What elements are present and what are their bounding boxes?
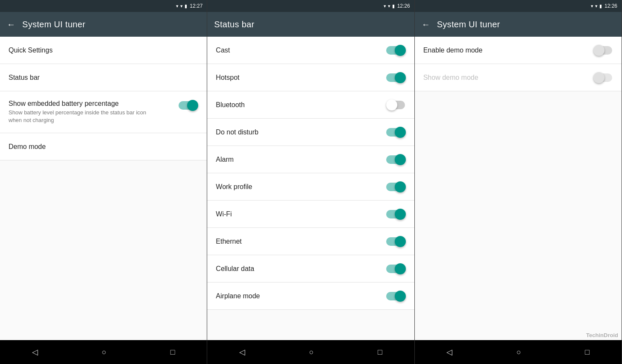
app-bar-2: Status bar — [207, 12, 414, 37]
home-nav-icon-1[interactable]: ○ — [102, 348, 106, 357]
quick-settings-label: Quick Settings — [9, 47, 53, 54]
nav-bar-2: ◁ ○ □ — [207, 340, 414, 364]
airplane-mode-item[interactable]: Airplane mode — [207, 282, 414, 310]
app-bar-1: ← System UI tuner — [0, 12, 207, 37]
cellular-data-item[interactable]: Cellular data — [207, 255, 414, 282]
alarm-item[interactable]: Alarm — [207, 146, 414, 173]
app-bar-title-1: System UI tuner — [22, 20, 85, 29]
show-demo-mode-label: Show demo mode — [423, 74, 478, 82]
wifi-label: Wi-Fi — [216, 210, 232, 218]
quick-settings-text: Quick Settings — [9, 47, 53, 54]
cellular-data-label: Cellular data — [216, 265, 254, 273]
status-icons-2: ▾ ▾ ▮ — [384, 3, 395, 9]
status-bar-text: Status bar — [9, 74, 40, 82]
enable-demo-mode-toggle[interactable] — [593, 45, 613, 56]
wifi-icon: ▾ — [176, 3, 179, 9]
hotspot-toggle[interactable] — [386, 72, 406, 83]
status-icons-3: ▾ ▾ ▮ — [591, 3, 602, 9]
embedded-battery-text: Show embedded battery percentage Show ba… — [9, 100, 154, 124]
wifi-toggle[interactable] — [386, 209, 406, 220]
cellular-data-toggle[interactable] — [386, 263, 406, 274]
back-button-3[interactable]: ← — [422, 20, 430, 29]
battery-icon-2: ▮ — [392, 3, 395, 9]
airplane-mode-label: Airplane mode — [216, 292, 260, 300]
toggle-thumb — [395, 154, 406, 165]
status-bar-label: Status bar — [9, 74, 40, 82]
nav-bar-1: ◁ ○ □ — [0, 340, 207, 364]
do-not-disturb-item[interactable]: Do not disturb — [207, 119, 414, 146]
signal-icon-3: ▾ — [595, 3, 598, 9]
toggle-thumb — [187, 100, 198, 111]
app-bar-title-2: Status bar — [214, 20, 254, 29]
toggle-thumb — [395, 291, 406, 302]
toggle-thumb — [593, 45, 604, 56]
home-nav-icon-3[interactable]: ○ — [516, 348, 521, 357]
back-nav-icon-3[interactable]: ◁ — [446, 347, 452, 357]
hotspot-item[interactable]: Hotspot — [207, 64, 414, 91]
demo-mode-item[interactable]: Demo mode — [0, 133, 207, 160]
home-nav-icon-2[interactable]: ○ — [309, 348, 314, 357]
do-not-disturb-label: Do not disturb — [216, 128, 258, 136]
back-button-1[interactable]: ← — [7, 20, 15, 29]
app-bar-title-3: System UI tuner — [437, 20, 500, 29]
work-profile-label: Work profile — [216, 183, 252, 191]
alarm-label: Alarm — [216, 156, 234, 163]
panel-system-ui-tuner: ▾ ▾ ▮ 12:27 ← System UI tuner Quick Sett… — [0, 0, 207, 364]
alarm-toggle[interactable] — [386, 154, 406, 165]
airplane-mode-toggle[interactable] — [386, 291, 406, 302]
embedded-battery-item[interactable]: Show embedded battery percentage Show ba… — [0, 91, 207, 133]
show-demo-mode-toggle[interactable] — [593, 72, 613, 83]
enable-demo-mode-item[interactable]: Enable demo mode — [415, 37, 622, 64]
status-bar-item[interactable]: Status bar — [0, 64, 207, 91]
toggle-thumb — [395, 181, 406, 192]
show-demo-mode-item[interactable]: Show demo mode — [415, 64, 622, 91]
nav-bar-3: ◁ ○ □ — [415, 340, 622, 364]
panel-system-ui-tuner-3: ▾ ▾ ▮ 12:26 ← System UI tuner Enable dem… — [415, 0, 622, 364]
recents-nav-icon-3[interactable]: □ — [585, 348, 590, 357]
ethernet-label: Ethernet — [216, 238, 241, 245]
quick-settings-item[interactable]: Quick Settings — [0, 37, 207, 64]
recents-nav-icon-1[interactable]: □ — [170, 348, 175, 357]
signal-icon-2: ▾ — [388, 3, 390, 9]
panel-status-bar: ▾ ▾ ▮ 12:26 Status bar Cast Hotspot Blue… — [207, 0, 414, 364]
status-bar-1: ▾ ▾ ▮ 12:27 — [0, 0, 207, 12]
embedded-battery-sublabel: Show battery level percentage inside the… — [9, 109, 154, 124]
work-profile-toggle[interactable] — [386, 181, 406, 192]
recents-nav-icon-2[interactable]: □ — [378, 348, 382, 357]
cast-label: Cast — [216, 47, 230, 54]
app-bar-3: ← System UI tuner — [415, 12, 622, 37]
toggle-thumb — [593, 72, 604, 83]
battery-icon-3: ▮ — [599, 3, 602, 9]
time-display-3: 12:26 — [604, 3, 617, 9]
do-not-disturb-toggle[interactable] — [386, 127, 406, 138]
content-1: Quick Settings Status bar Show embedded … — [0, 37, 207, 340]
toggle-thumb — [395, 127, 406, 138]
bluetooth-toggle[interactable] — [386, 99, 406, 111]
wifi-icon-3: ▾ — [591, 3, 593, 9]
cast-item[interactable]: Cast — [207, 37, 414, 64]
status-bar-3: ▾ ▾ ▮ 12:26 — [415, 0, 622, 12]
cast-toggle[interactable] — [386, 45, 406, 56]
time-display-1: 12:27 — [190, 3, 202, 9]
back-nav-icon-2[interactable]: ◁ — [239, 347, 245, 357]
toggle-thumb — [395, 72, 406, 83]
status-bar-2: ▾ ▾ ▮ 12:26 — [207, 0, 414, 12]
content-3: Enable demo mode Show demo mode — [415, 37, 622, 340]
demo-mode-label: Demo mode — [9, 143, 46, 151]
time-display-2: 12:26 — [397, 3, 410, 9]
battery-icon: ▮ — [185, 3, 187, 9]
toggle-thumb — [395, 209, 406, 220]
back-nav-icon-1[interactable]: ◁ — [32, 347, 38, 357]
ethernet-toggle[interactable] — [386, 236, 406, 247]
toggle-thumb — [395, 45, 406, 56]
wifi-item[interactable]: Wi-Fi — [207, 201, 414, 228]
status-icons-1: ▾ ▾ ▮ — [176, 3, 187, 9]
toggle-thumb — [395, 263, 406, 274]
ethernet-item[interactable]: Ethernet — [207, 228, 414, 255]
work-profile-item[interactable]: Work profile — [207, 173, 414, 201]
embedded-battery-toggle[interactable] — [179, 100, 198, 111]
watermark: TechinDroid — [586, 332, 618, 338]
bluetooth-item[interactable]: Bluetooth — [207, 91, 414, 119]
wifi-icon-2: ▾ — [384, 3, 386, 9]
toggle-thumb — [386, 99, 397, 111]
